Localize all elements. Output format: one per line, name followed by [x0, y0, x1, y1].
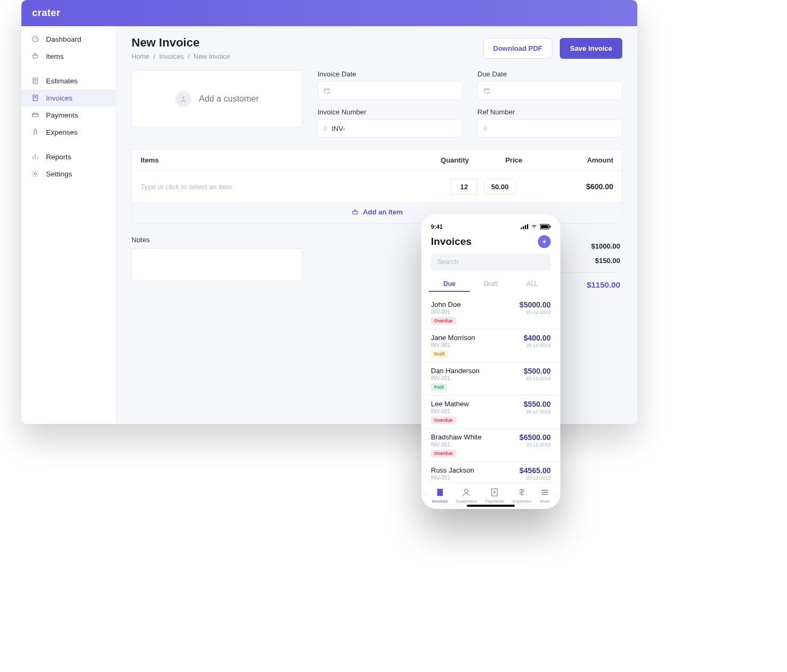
app-header: crater [21, 0, 637, 26]
signal-icon [521, 224, 528, 229]
mobile-invoice-date: 20-12-2019 [523, 376, 551, 381]
mobile-add-button[interactable] [538, 235, 551, 248]
mobile-invoice-row[interactable]: Dan Handerson INV-001 Paid $500.00 20-12… [421, 362, 560, 396]
invoice-number-input[interactable]: # [318, 119, 462, 137]
items-table: Items Quantity Price Amount Type or clic… [132, 149, 622, 224]
mobile-invoice-row[interactable]: John Doe INV-001 Overdue $5000.00 20-12-… [421, 296, 560, 329]
breadcrumb-item[interactable]: Home [132, 53, 149, 60]
mobile-nav-customers[interactable]: Customers [456, 488, 477, 504]
item-name-input[interactable]: Type or click to select an item [141, 183, 444, 191]
sidebar-item-label: Settings [46, 170, 72, 178]
sidebar-item-dashboard[interactable]: Dashboard [21, 30, 116, 48]
breadcrumb-item[interactable]: Invoices [159, 53, 184, 60]
sidebar-item-label: Payments [46, 111, 78, 119]
mobile-invoice-amount: $4565.00 [520, 466, 551, 475]
sidebar-item-invoices[interactable]: Invoices [21, 89, 116, 106]
sidebar-item-label: Items [46, 52, 64, 60]
mobile-status-bar: 9:41 [431, 223, 551, 230]
mobile-invoice-row[interactable]: Lee Mathew INV-001 Overdue $550.00 20-12… [421, 396, 560, 429]
sidebar-item-expenses[interactable]: Expenses [21, 123, 116, 141]
mobile-home-indicator [467, 505, 515, 507]
mobile-invoice-amount: $6500.00 [520, 433, 551, 442]
sidebar-item-label: Expenses [46, 128, 78, 136]
sidebar-item-estimates[interactable]: Estimates [21, 72, 116, 89]
mobile-invoice-date: 20-12-2019 [520, 442, 551, 447]
due-date-input[interactable] [477, 81, 622, 99]
mobile-time: 9:41 [431, 223, 443, 230]
sidebar-item-settings[interactable]: Settings [21, 165, 116, 182]
mobile-invoice-number: INV-001 [431, 475, 520, 481]
ref-number-input[interactable]: # [477, 119, 622, 137]
svg-rect-6 [325, 88, 330, 93]
item-price-input[interactable]: 50.00 [484, 179, 516, 195]
hash-icon: # [323, 125, 327, 133]
notes-label: Notes [132, 236, 435, 244]
battery-icon [540, 224, 551, 229]
mobile-invoice-number: INV-001 [431, 442, 520, 447]
ref-number-label: Ref Number [477, 108, 622, 116]
calendar-icon [323, 87, 330, 94]
sidebar: Dashboard Items Estimates [21, 26, 117, 424]
save-invoice-button[interactable]: Save Invoice [560, 38, 622, 59]
mobile-customer-name: John Doe [431, 300, 520, 308]
svg-point-16 [465, 489, 468, 492]
mobile-preview: 9:41 Invoices Search Due Draft ALL John … [421, 214, 560, 509]
mobile-invoice-row[interactable]: Bradshaw White INV-001 Overdue $6500.00 … [421, 429, 560, 462]
expenses-icon [31, 128, 40, 136]
svg-rect-8 [521, 228, 522, 229]
mobile-tab-due[interactable]: Due [429, 277, 470, 292]
sidebar-item-label: Dashboard [46, 35, 81, 43]
reports-icon [31, 152, 40, 161]
mobile-invoice-list: John Doe INV-001 Overdue $5000.00 20-12-… [421, 296, 560, 495]
mobile-search-input[interactable]: Search [431, 253, 551, 271]
mobile-tabs: Due Draft ALL [429, 277, 553, 292]
mobile-status-badge: Overdue [431, 416, 456, 424]
mobile-invoice-date: 20-12-2019 [523, 343, 551, 348]
mobile-status-badge: Paid [431, 383, 447, 391]
mobile-invoice-amount: $500.00 [523, 367, 551, 375]
mobile-invoice-amount: $400.00 [523, 334, 551, 342]
items-header-price: Price [469, 156, 522, 164]
mobile-tab-draft[interactable]: Draft [470, 277, 511, 292]
svg-rect-15 [437, 489, 443, 496]
mobile-bottom-nav: Invoices Customers Payments Expenses Mor… [428, 483, 554, 504]
svg-point-4 [34, 173, 36, 175]
add-item-button[interactable]: Add an Item [351, 208, 403, 216]
mobile-invoice-date: 20-12-2019 [520, 310, 551, 315]
invoice-icon [31, 94, 40, 102]
mobile-nav-payments[interactable]: Payments [485, 488, 505, 504]
invoice-date-input[interactable] [318, 81, 462, 99]
mobile-nav-expenses[interactable]: Expenses [513, 488, 531, 504]
item-quantity-input[interactable]: 12 [451, 179, 477, 195]
sidebar-item-payments[interactable]: Payments [21, 106, 116, 123]
mobile-invoice-number: INV-001 [431, 342, 523, 348]
mobile-customer-name: Lee Mathew [431, 400, 523, 408]
mobile-customer-name: Dan Handerson [431, 367, 523, 375]
svg-rect-7 [484, 88, 490, 93]
notes-textarea[interactable] [132, 248, 303, 281]
invoice-date-label: Invoice Date [318, 70, 462, 78]
mobile-invoice-amount: $5000.00 [520, 300, 551, 309]
mobile-nav-invoices[interactable]: Invoices [432, 488, 447, 504]
sidebar-item-label: Estimates [46, 77, 78, 85]
svg-point-5 [182, 96, 185, 99]
item-row: Type or click to select an item 12 50.00… [132, 171, 622, 202]
items-header-items: Items [141, 156, 421, 164]
mobile-invoice-number: INV-001 [431, 309, 520, 315]
download-pdf-button[interactable]: Download PDF [483, 38, 553, 59]
mobile-nav-more[interactable]: More [540, 488, 550, 504]
brand-logo: crater [32, 7, 60, 19]
mobile-invoice-row[interactable]: Jane Morrison INV-001 Draft $400.00 20-1… [421, 329, 560, 362]
svg-rect-10 [525, 225, 526, 229]
add-customer-button[interactable]: Add a customer [132, 70, 303, 128]
sidebar-item-items[interactable]: Items [21, 48, 116, 65]
mobile-tab-all[interactable]: ALL [512, 277, 553, 292]
dashboard-icon [31, 35, 40, 43]
sidebar-item-label: Reports [46, 153, 71, 161]
total-value: $1000.00 [591, 242, 620, 250]
mobile-search-placeholder: Search [437, 258, 459, 266]
sidebar-item-reports[interactable]: Reports [21, 148, 116, 165]
add-customer-label: Add a customer [199, 94, 259, 104]
due-date-label: Due Date [477, 70, 622, 78]
svg-rect-14 [550, 226, 551, 228]
